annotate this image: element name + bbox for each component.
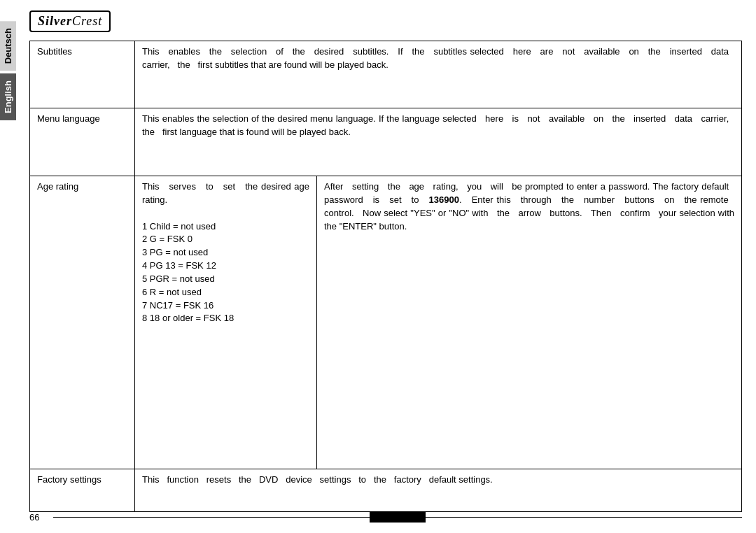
table-row: Factory settings This function resets th…	[30, 469, 742, 512]
table-row: Age rating This serves to set the desire…	[30, 176, 742, 469]
footer-bar	[370, 512, 426, 523]
logo-text: SilverCrest	[38, 14, 102, 28]
table-row: Subtitles This enables the selection of …	[30, 41, 742, 108]
sidebar-tab-deutsch[interactable]: Deutsch	[0, 21, 16, 71]
cell-desc-age-rating-left: This serves to set the desired age ratin…	[135, 176, 317, 469]
cell-desc-factory-settings: This function resets the DVD device sett…	[135, 469, 742, 512]
logo-crest: Crest	[72, 14, 102, 28]
logo-box: SilverCrest	[29, 10, 111, 32]
footer-line	[53, 517, 742, 518]
footer: 66	[15, 512, 756, 523]
cell-label-factory-settings: Factory settings	[30, 469, 135, 512]
main-table: Subtitles This enables the selection of …	[29, 41, 742, 512]
cell-desc-subtitles: This enables the selection of the desire…	[135, 41, 742, 108]
sidebar-tab-english[interactable]: English	[0, 73, 16, 120]
password-bold: 136900	[429, 194, 459, 205]
table-row: Menu language This enables the selection…	[30, 108, 742, 176]
cell-label-menu-language: Menu language	[30, 108, 135, 176]
sidebar: Deutsch English	[0, 0, 15, 533]
logo-silver: Silver	[38, 14, 72, 28]
logo-area: SilverCrest	[29, 10, 742, 32]
cell-desc-age-rating-right: After setting the age rating, you will b…	[317, 176, 742, 469]
page-number: 66	[29, 512, 39, 523]
cell-label-subtitles: Subtitles	[30, 41, 135, 108]
cell-label-age-rating: Age rating	[30, 176, 135, 469]
cell-desc-menu-language: This enables the selection of the desire…	[135, 108, 742, 176]
main-content: SilverCrest Subtitles This enables the s…	[15, 0, 756, 533]
